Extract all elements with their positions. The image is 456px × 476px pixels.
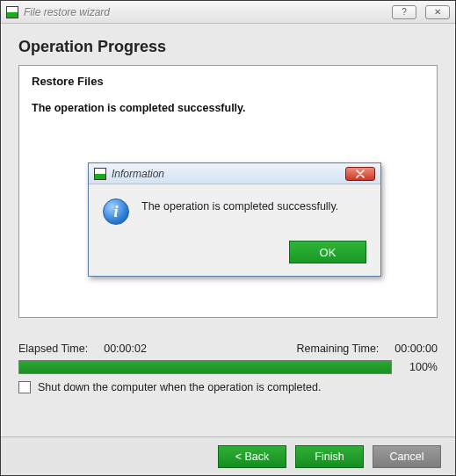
help-button[interactable]: ? [392,5,416,19]
finish-button[interactable]: Finish [295,445,364,468]
info-icon: i [103,198,129,225]
remaining-value: 00:00:00 [394,343,438,355]
time-row: Elapsed Time: 00:00:02 Remaining Time: 0… [18,343,438,355]
titlebar: File restore wizard ? ✕ [1,1,455,24]
shutdown-row[interactable]: Shut down the computer when the operatio… [18,381,438,393]
dialog-app-icon [94,168,106,180]
remaining-label: Remaining Time: [297,343,380,355]
window-title: File restore wizard [24,6,383,18]
dialog-title: Information [112,168,340,180]
app-icon [6,6,18,18]
shutdown-label: Shut down the computer when the operatio… [38,381,321,393]
window-close-button[interactable]: ✕ [425,5,450,19]
page-title: Operation Progress [18,38,438,56]
back-button[interactable]: < Back [218,445,286,468]
wizard-body: Operation Progress Restore Files The ope… [1,24,455,436]
info-dialog: Information i The operation is completed… [88,162,381,277]
wizard-window: File restore wizard ? ✕ Operation Progre… [0,0,456,476]
cancel-button[interactable]: Cancel [373,445,441,468]
dialog-close-button[interactable] [345,167,375,181]
progress-panel: Restore Files The operation is completed… [18,65,438,318]
ok-button[interactable]: OK [289,241,366,263]
dialog-titlebar: Information [89,163,380,184]
elapsed-label: Elapsed Time: [18,343,88,355]
dialog-actions: OK [89,235,380,276]
close-icon [356,169,365,178]
status-text: The operation is completed successfully. [32,102,424,114]
wizard-footer: < Back Finish Cancel [1,436,455,475]
progress-bar [18,360,392,374]
progress-row: 100% [18,360,438,374]
dialog-body: i The operation is completed successfull… [89,184,380,235]
panel-subtitle: Restore Files [32,75,424,88]
dialog-message: The operation is completed successfully. [141,197,338,213]
progress-percent: 100% [401,361,438,373]
elapsed-value: 00:00:02 [104,343,147,355]
shutdown-checkbox[interactable] [18,381,31,393]
